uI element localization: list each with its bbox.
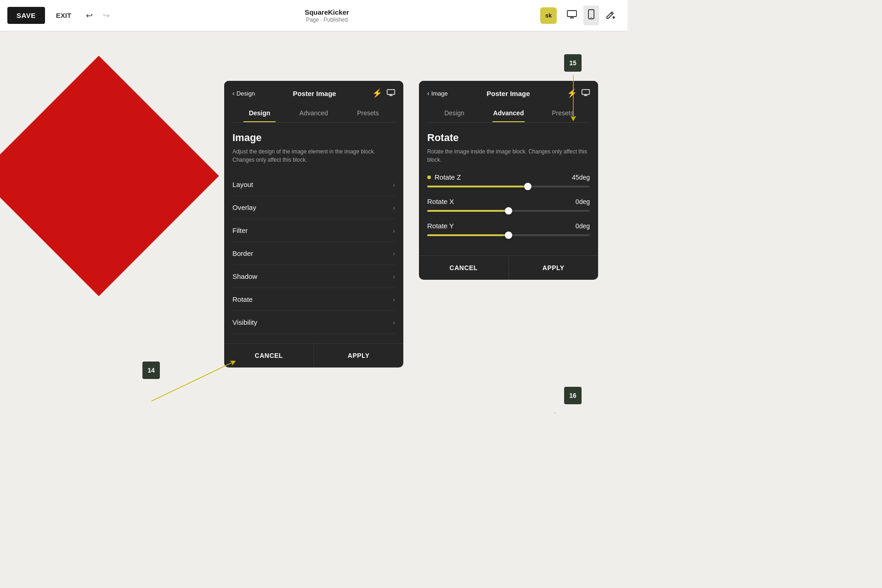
menu-item-visibility[interactable]: Visibility › bbox=[232, 311, 395, 334]
paint-button[interactable] bbox=[601, 6, 620, 25]
tab-presets-right[interactable]: Presets bbox=[536, 104, 590, 122]
badge-14: 14 bbox=[142, 362, 160, 379]
topbar-right: sk bbox=[540, 6, 620, 25]
rotate-y-fill bbox=[427, 234, 509, 236]
panel-left-tabs: Design Advanced Presets bbox=[232, 104, 395, 123]
panel-left-footer: CANCEL APPLY bbox=[224, 343, 403, 368]
menu-item-filter[interactable]: Filter › bbox=[232, 219, 395, 242]
exit-button[interactable]: EXIT bbox=[51, 8, 77, 23]
panel-right-nav: ‹ Image Poster Image ⚡ bbox=[427, 88, 590, 98]
chevron-left-icon: ‹ bbox=[427, 90, 430, 97]
page-status: Page · Published bbox=[306, 17, 348, 23]
badge-15: 15 bbox=[564, 54, 582, 72]
topbar-center: SquareKicker Page · Published bbox=[119, 8, 535, 23]
redo-button[interactable]: ↪ bbox=[99, 7, 113, 24]
panel-left-nav: ‹ Design Poster Image ⚡ bbox=[232, 88, 395, 98]
chevron-right-icon: › bbox=[393, 296, 395, 303]
svg-rect-4 bbox=[387, 89, 395, 94]
bolt-icon-left: ⚡ bbox=[372, 88, 382, 98]
panel-right-back-label: Image bbox=[431, 90, 448, 97]
panel-left-section-title: Image bbox=[232, 132, 395, 144]
svg-rect-0 bbox=[567, 11, 577, 17]
rotate-y-slider[interactable] bbox=[427, 234, 590, 236]
chevron-left-icon: ‹ bbox=[232, 90, 235, 97]
svg-rect-5 bbox=[582, 89, 589, 94]
panel-right-section-title: Rotate bbox=[427, 132, 590, 144]
svg-line-6 bbox=[152, 362, 233, 401]
rotate-x-fill bbox=[427, 210, 509, 212]
monitor-icon bbox=[567, 10, 577, 18]
panel-right: ‹ Image Poster Image ⚡ Design Advance bbox=[419, 81, 598, 280]
rotate-x-row: Rotate X 0deg bbox=[427, 198, 590, 212]
badge-16: 16 bbox=[564, 387, 582, 404]
panel-right-icons: ⚡ bbox=[567, 88, 590, 98]
rotate-z-slider[interactable] bbox=[427, 186, 590, 187]
rotate-y-row: Rotate Y 0deg bbox=[427, 222, 590, 236]
panel-left-header: ‹ Design Poster Image ⚡ Design Advanc bbox=[224, 81, 403, 123]
cancel-button-right[interactable]: CANCEL bbox=[419, 256, 509, 280]
chevron-right-icon: › bbox=[393, 273, 395, 280]
tab-design-right[interactable]: Design bbox=[427, 104, 481, 122]
save-button[interactable]: SAVE bbox=[7, 7, 45, 24]
panel-right-tabs: Design Advanced Presets bbox=[427, 104, 590, 123]
cancel-button-left[interactable]: CANCEL bbox=[224, 344, 314, 368]
svg-point-2 bbox=[591, 17, 592, 18]
panel-right-header: ‹ Image Poster Image ⚡ Design Advance bbox=[419, 81, 598, 123]
chevron-right-icon: › bbox=[393, 181, 395, 188]
rotate-z-thumb[interactable] bbox=[524, 183, 531, 190]
desktop-device-button[interactable] bbox=[562, 6, 582, 24]
tab-advanced-left[interactable]: Advanced bbox=[287, 104, 341, 122]
menu-item-layout[interactable]: Layout › bbox=[232, 173, 395, 196]
chevron-right-icon: › bbox=[393, 319, 395, 326]
panel-left-icons: ⚡ bbox=[372, 88, 395, 98]
svg-point-3 bbox=[613, 17, 615, 19]
monitor-icon-right bbox=[582, 89, 590, 98]
tab-presets-left[interactable]: Presets bbox=[341, 104, 395, 122]
paint-icon bbox=[605, 9, 616, 19]
panel-right-content: Rotate Rotate the image inside the image… bbox=[419, 123, 598, 255]
rotate-x-slider[interactable] bbox=[427, 210, 590, 212]
panel-right-footer: CANCEL APPLY bbox=[419, 255, 598, 280]
rotate-z-fill bbox=[427, 186, 528, 187]
rotate-x-label: Rotate X bbox=[427, 198, 454, 205]
rotate-z-value: 45deg bbox=[572, 174, 590, 181]
panel-left-section-desc: Adjust the design of the image element i… bbox=[232, 147, 395, 164]
canvas-area: ‹ Design Poster Image ⚡ Design Advanc bbox=[0, 31, 628, 413]
rotate-x-thumb[interactable] bbox=[505, 207, 512, 215]
panel-left-back-button[interactable]: ‹ Design bbox=[232, 90, 255, 97]
tab-design-left[interactable]: Design bbox=[232, 104, 287, 122]
app-title: SquareKicker bbox=[305, 8, 349, 16]
menu-item-rotate[interactable]: Rotate › bbox=[232, 288, 395, 311]
panel-left-content: Image Adjust the design of the image ele… bbox=[224, 123, 403, 343]
panel-right-back-button[interactable]: ‹ Image bbox=[427, 90, 448, 97]
panel-right-title: Poster Image bbox=[450, 90, 567, 97]
rotate-y-label: Rotate Y bbox=[427, 222, 454, 230]
apply-button-left[interactable]: APPLY bbox=[314, 344, 404, 368]
monitor-icon-left bbox=[387, 89, 395, 98]
panel-left: ‹ Design Poster Image ⚡ Design Advanc bbox=[224, 81, 403, 368]
menu-item-border[interactable]: Border › bbox=[232, 242, 395, 265]
tab-advanced-right[interactable]: Advanced bbox=[481, 104, 536, 122]
chevron-right-icon: › bbox=[393, 250, 395, 257]
bolt-icon-right: ⚡ bbox=[567, 88, 577, 98]
panel-left-title: Poster Image bbox=[257, 90, 372, 97]
rotate-z-label: Rotate Z bbox=[435, 173, 461, 181]
mobile-device-button[interactable] bbox=[583, 6, 599, 25]
rotate-x-value: 0deg bbox=[576, 198, 590, 205]
menu-item-shadow[interactable]: Shadow › bbox=[232, 265, 395, 288]
sk-logo-icon: sk bbox=[540, 7, 557, 24]
rotate-y-value: 0deg bbox=[576, 222, 590, 230]
menu-item-overlay[interactable]: Overlay › bbox=[232, 196, 395, 219]
phone-icon bbox=[588, 9, 594, 19]
red-diamond-image bbox=[0, 56, 219, 296]
undo-button[interactable]: ↩ bbox=[82, 7, 96, 24]
panel-right-section-desc: Rotate the image inside the image block.… bbox=[427, 147, 590, 164]
panel-left-back-label: Design bbox=[237, 90, 255, 97]
rotate-z-dot bbox=[427, 175, 431, 179]
rotate-z-row: Rotate Z 45deg bbox=[427, 173, 590, 187]
chevron-right-icon: › bbox=[393, 227, 395, 234]
chevron-right-icon: › bbox=[393, 204, 395, 211]
apply-button-right[interactable]: APPLY bbox=[509, 256, 599, 280]
rotate-y-thumb[interactable] bbox=[505, 232, 512, 239]
menu-list: Layout › Overlay › Filter › Border › Sha… bbox=[232, 173, 395, 334]
